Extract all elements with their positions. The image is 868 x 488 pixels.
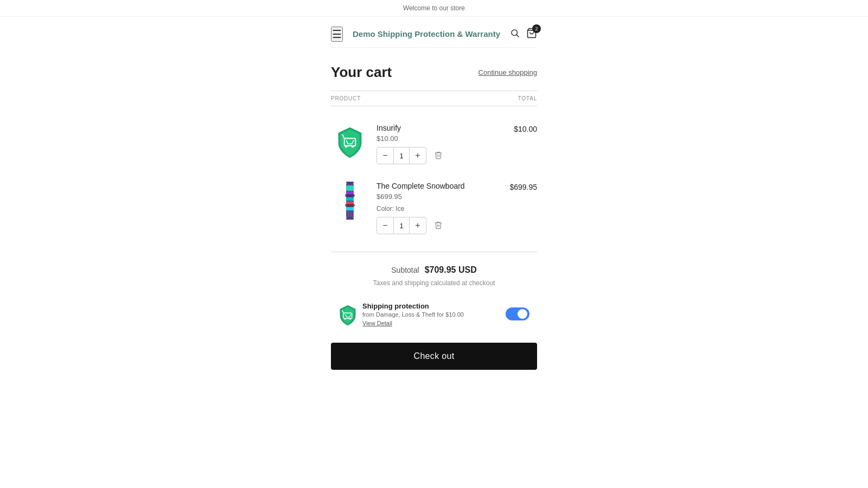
cart-table-header: PRODUCT TOTAL (331, 91, 537, 106)
tax-note: Taxes and shipping calculated at checkou… (331, 279, 537, 287)
svg-point-18 (349, 318, 351, 320)
cart-divider (331, 252, 537, 252)
insurify-delete-button[interactable] (432, 149, 445, 163)
insurify-image (331, 124, 369, 162)
site-header: ☰ Demo Shipping Protection & Warranty 2 (331, 17, 537, 48)
shipping-protection-subtitle: from Damage, Loss & Theft for $10.00 (362, 311, 500, 319)
snowboard-delete-button[interactable] (432, 219, 445, 233)
shipping-protection-box: Shipping protection from Damage, Loss & … (331, 296, 537, 332)
snowboard-total: $699.95 (509, 182, 537, 191)
col-product-label: PRODUCT (331, 95, 361, 101)
svg-rect-9 (346, 197, 354, 201)
top-banner: Welcome to our store (0, 0, 868, 17)
subtotal-value: $709.95 USD (425, 265, 477, 275)
continue-shopping-link[interactable]: Continue shopping (478, 68, 537, 76)
cart-item-snowboard: The Complete Snowboard $699.95 Color: Ic… (331, 173, 537, 243)
snowboard-qty-value: 1 (393, 217, 410, 234)
store-title: Demo Shipping Protection & Warranty (343, 29, 510, 40)
svg-point-17 (344, 318, 346, 320)
svg-line-1 (516, 35, 519, 37)
insurify-qty-decrease[interactable]: − (377, 147, 393, 164)
snowboard-price: $699.95 (376, 192, 502, 201)
insurify-quantity-row: − 1 + (376, 147, 506, 164)
insurify-qty-control: − 1 + (376, 147, 426, 164)
svg-point-5 (352, 146, 354, 148)
shipping-protection-icon (339, 305, 357, 323)
shipping-protection-toggle[interactable] (506, 307, 529, 320)
cart-badge: 2 (532, 24, 541, 33)
svg-rect-13 (345, 204, 355, 207)
col-total-label: TOTAL (518, 95, 537, 101)
snowboard-quantity-row: − 1 + (376, 217, 502, 234)
snowboard-qty-decrease[interactable]: − (377, 217, 393, 234)
subtotal-row: Subtotal $709.95 USD (331, 265, 537, 275)
svg-point-4 (345, 146, 347, 148)
snowboard-qty-increase[interactable]: + (410, 217, 426, 234)
cart-title: Your cart (331, 64, 392, 81)
insurify-total: $10.00 (514, 124, 537, 133)
insurify-price: $10.00 (376, 134, 506, 143)
snowboard-qty-control: − 1 + (376, 217, 426, 234)
svg-rect-12 (345, 194, 355, 197)
snowboard-name: The Complete Snowboard (376, 182, 502, 190)
shipping-view-detail-link[interactable]: View Detail (362, 320, 500, 326)
svg-rect-11 (346, 207, 354, 210)
insurify-name: Insurify (376, 124, 506, 132)
header-icons: 2 (510, 28, 537, 41)
toggle-slider (506, 307, 529, 320)
shipping-protection-text: Shipping protection from Damage, Loss & … (362, 301, 500, 326)
subtotal-label: Subtotal (391, 266, 419, 274)
snowboard-color: Color: Ice (376, 205, 502, 213)
insurify-qty-increase[interactable]: + (410, 147, 426, 164)
insurify-qty-value: 1 (393, 147, 410, 164)
shipping-protection-title: Shipping protection (362, 302, 429, 310)
main-content: Your cart Continue shopping PRODUCT TOTA… (331, 48, 537, 391)
insurify-details: Insurify $10.00 − 1 + (376, 124, 506, 164)
snowboard-details: The Complete Snowboard $699.95 Color: Ic… (376, 182, 502, 234)
search-icon[interactable] (510, 28, 520, 41)
cart-icon[interactable]: 2 (526, 28, 537, 41)
cart-header: Your cart Continue shopping (331, 64, 537, 81)
menu-icon[interactable]: ☰ (331, 27, 343, 42)
cart-item-insurify: Insurify $10.00 − 1 + $10.00 (331, 115, 537, 173)
checkout-button[interactable]: Check out (331, 343, 537, 370)
svg-point-0 (512, 30, 518, 36)
svg-rect-7 (346, 185, 354, 191)
snowboard-image (331, 182, 369, 220)
banner-text: Welcome to our store (403, 4, 465, 12)
